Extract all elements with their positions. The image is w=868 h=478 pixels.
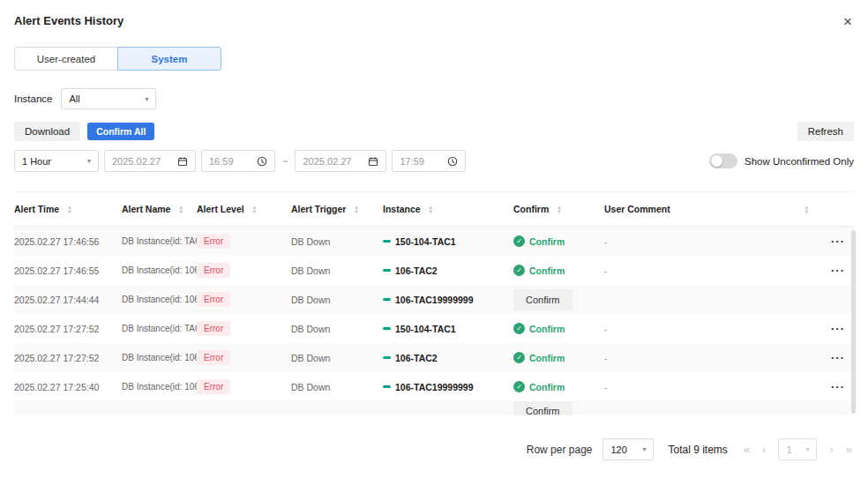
sort-icon[interactable]: ▴▾ — [355, 205, 357, 213]
cell-user-comment: - — [604, 353, 815, 363]
start-time-input[interactable]: 16:59 — [201, 150, 275, 172]
instance-name: 106-TAC2 — [395, 353, 438, 363]
show-unconfirmed-toggle[interactable] — [709, 153, 737, 168]
col-instance: Instance▴▾ — [383, 204, 513, 214]
row-menu-button[interactable]: ··· — [815, 235, 854, 248]
table-row: 2025.02.27 17:46:55 DB Instance(id: 106T… — [14, 256, 854, 285]
close-icon[interactable]: × — [843, 14, 852, 29]
cell-alert-time: 2025.02.27 17:27:52 — [14, 324, 122, 334]
cell-confirm: Confirm — [513, 289, 604, 310]
page-select[interactable]: 1 ▾ — [778, 438, 817, 460]
instance-filter-row: Instance All ▾ — [0, 88, 868, 109]
start-time-value: 16:59 — [209, 156, 234, 167]
sort-icon[interactable]: ▴▾ — [430, 205, 432, 213]
rows-per-page-value: 120 — [610, 444, 626, 455]
confirm-button[interactable]: Confirm — [513, 401, 572, 415]
cell-alert-name: DB Instance(id: TAC1) DOV — [122, 324, 197, 333]
instance-name: 106-TAC19999999 — [395, 382, 474, 392]
start-date-value: 2025.02.27 — [112, 156, 161, 167]
table-row: 2025.02.27 17:27:52 DB Instance(id: TAC1… — [14, 314, 854, 343]
check-circle-icon: ✓ — [513, 265, 525, 276]
confirm-status: Confirm — [529, 353, 565, 363]
page-select-value: 1 — [786, 444, 791, 455]
col-label: Alert Trigger — [291, 204, 346, 214]
end-time-value: 17:59 — [400, 156, 424, 167]
alert-events-history-dialog: Alert Events History × User-created Syst… — [0, 0, 868, 478]
instance-dash-icon — [383, 240, 391, 243]
instance-label: Instance — [14, 93, 52, 104]
confirm-status: Confirm — [529, 265, 565, 276]
range-separator: ~ — [281, 156, 289, 167]
sort-icon[interactable]: ▴▾ — [179, 205, 182, 213]
sort-icon[interactable]: ▴▾ — [68, 205, 71, 213]
error-badge: Error — [197, 263, 230, 278]
show-unconfirmed-wrap: Show Unconfirmed Only — [709, 153, 854, 168]
end-date-input[interactable]: 2025.02.27 — [295, 150, 386, 172]
cell-confirm: Confirm — [513, 401, 604, 415]
cell-alert-trigger: DB Down — [291, 265, 383, 276]
col-confirm: Confirm▴▾ — [513, 204, 604, 214]
tab-user-created[interactable]: User-created — [14, 47, 118, 71]
cell-alert-time: 2025.02.27 17:46:55 — [14, 265, 122, 276]
col-label: Alert Level — [197, 204, 244, 214]
download-button[interactable]: Download — [14, 122, 80, 141]
sort-icon[interactable]: ▴▾ — [253, 205, 256, 213]
table-row: 2025.02.27 17:27:52 DB Instance(id: 106T… — [14, 343, 854, 372]
chevron-down-icon: ▾ — [805, 445, 809, 453]
cell-instance: 150-104-TAC1 — [383, 236, 513, 247]
sort-icon[interactable]: ▴▾ — [557, 205, 560, 213]
cell-instance: 150-104-TAC1 — [383, 324, 513, 334]
table-row: 2025.02.27 17:25:40 DB Instance(id: 106T… — [14, 372, 854, 401]
row-menu-button[interactable]: ··· — [815, 351, 854, 364]
cell-alert-name: DB Instance(id: 106TAC2) — [122, 353, 197, 362]
next-page-button[interactable]: › — [829, 443, 833, 456]
cell-alert-time: 2025.02.27 17:25:40 — [14, 382, 122, 392]
col-user-comment: User Comment▴▾ — [604, 204, 815, 214]
tab-system[interactable]: System — [117, 47, 221, 71]
table-body: 2025.02.27 17:46:56 DB Instance(id: TAC1… — [14, 227, 854, 415]
total-items-label: Total 9 items — [668, 444, 727, 456]
cell-user-comment: - — [604, 265, 815, 276]
row-menu-button[interactable]: ··· — [815, 380, 854, 393]
ellipsis-icon: ··· — [831, 235, 845, 248]
instance-name: 150-104-TAC1 — [395, 324, 456, 334]
col-label: User Comment — [604, 204, 670, 214]
row-menu-button[interactable]: ··· — [815, 322, 854, 335]
tab-bar: User-created System — [0, 47, 868, 71]
cell-alert-level: Error — [197, 350, 291, 365]
cell-alert-level: Error — [197, 321, 291, 336]
instance-select-value: All — [69, 93, 79, 104]
table-scrollbar[interactable] — [851, 230, 856, 414]
clock-icon — [447, 156, 458, 167]
cell-alert-time: 2025.02.27 17:46:56 — [14, 236, 122, 247]
first-page-button[interactable]: « — [744, 443, 750, 456]
rows-per-page-select[interactable]: 120 ▾ — [602, 438, 654, 460]
cell-alert-level: Error — [197, 263, 291, 278]
instance-name: 106-TAC19999999 — [395, 295, 474, 305]
chevron-down-icon: ▾ — [642, 445, 646, 453]
row-menu-button[interactable]: ··· — [815, 264, 854, 277]
period-select[interactable]: 1 Hour ▾ — [14, 150, 99, 172]
col-label: Alert Name — [122, 204, 170, 214]
table-row: 2025.02.27 17:44:44 DB Instance(id: 106T… — [14, 285, 854, 314]
instance-name: 106-TAC2 — [395, 265, 438, 276]
cell-instance: 106-TAC19999999 — [383, 382, 513, 392]
pagination-controls: « ‹ 1 ▾ › » — [744, 438, 852, 460]
check-circle-icon: ✓ — [513, 381, 525, 392]
cell-alert-name: DB Instance(id: TAC1) DOV — [122, 236, 197, 246]
prev-page-button[interactable]: ‹ — [762, 443, 766, 456]
confirm-button[interactable]: Confirm — [513, 289, 572, 310]
confirm-all-button[interactable]: Confirm All — [87, 123, 154, 140]
chevron-down-icon: ▾ — [145, 95, 148, 103]
last-page-button[interactable]: » — [846, 443, 852, 456]
end-time-input[interactable]: 17:59 — [392, 150, 466, 172]
toggle-knob — [711, 155, 722, 167]
cell-alert-trigger: DB Down — [291, 236, 383, 247]
calendar-icon — [177, 156, 188, 167]
instance-select[interactable]: All ▾ — [61, 88, 156, 109]
sort-icon[interactable]: ▴▾ — [805, 205, 808, 213]
cell-user-comment: - — [604, 236, 815, 247]
refresh-button[interactable]: Refresh — [797, 122, 854, 141]
confirm-status: Confirm — [529, 236, 565, 247]
start-date-input[interactable]: 2025.02.27 — [104, 150, 196, 172]
